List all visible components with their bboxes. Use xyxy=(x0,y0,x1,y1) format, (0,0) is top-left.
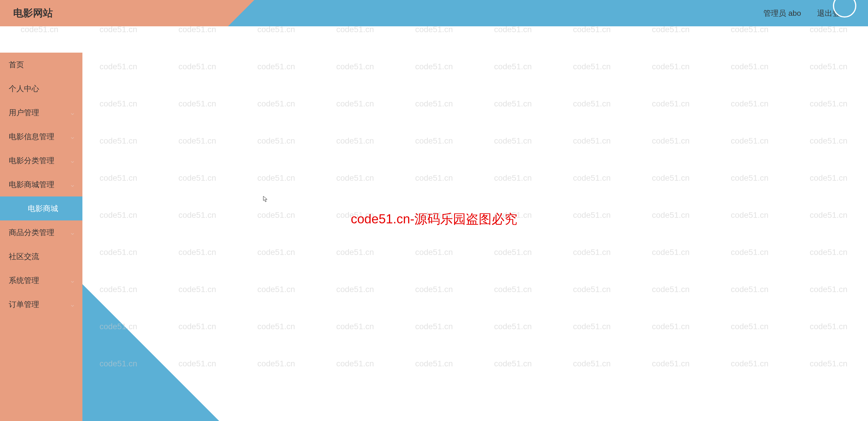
header-right: 管理员 abo 退出登录 xyxy=(254,0,868,26)
header: 电影网站 管理员 abo 退出登录 xyxy=(0,0,868,26)
watermark-center-text: code51.cn-源码乐园盗图必究 xyxy=(351,210,517,228)
sidebar-item-home[interactable]: 首页 xyxy=(0,53,83,77)
sidebar-item-community[interactable]: 社区交流 xyxy=(0,244,83,268)
sidebar-item-movie-mall[interactable]: 电影商城 xyxy=(0,197,83,220)
sidebar: 首页 个人中心 用户管理 电影信息管理 电影分类管理 电影商城管理 电影商城 商… xyxy=(0,53,83,421)
site-title: 电影网站 xyxy=(13,6,53,20)
header-left: 电影网站 xyxy=(0,0,254,26)
sidebar-item-product-category[interactable]: 商品分类管理 xyxy=(0,220,83,244)
cursor-icon xyxy=(263,196,268,202)
sidebar-item-orders[interactable]: 订单管理 xyxy=(0,292,83,316)
sidebar-item-profile[interactable]: 个人中心 xyxy=(0,77,83,100)
sidebar-item-user-mgmt[interactable]: 用户管理 xyxy=(0,100,83,124)
sidebar-item-movie-mall-mgmt[interactable]: 电影商城管理 xyxy=(0,173,83,197)
sidebar-item-system[interactable]: 系统管理 xyxy=(0,268,83,292)
sidebar-item-movie-category[interactable]: 电影分类管理 xyxy=(0,149,83,173)
admin-label: 管理员 abo xyxy=(763,8,801,19)
sidebar-item-movie-info[interactable]: 电影信息管理 xyxy=(0,124,83,149)
